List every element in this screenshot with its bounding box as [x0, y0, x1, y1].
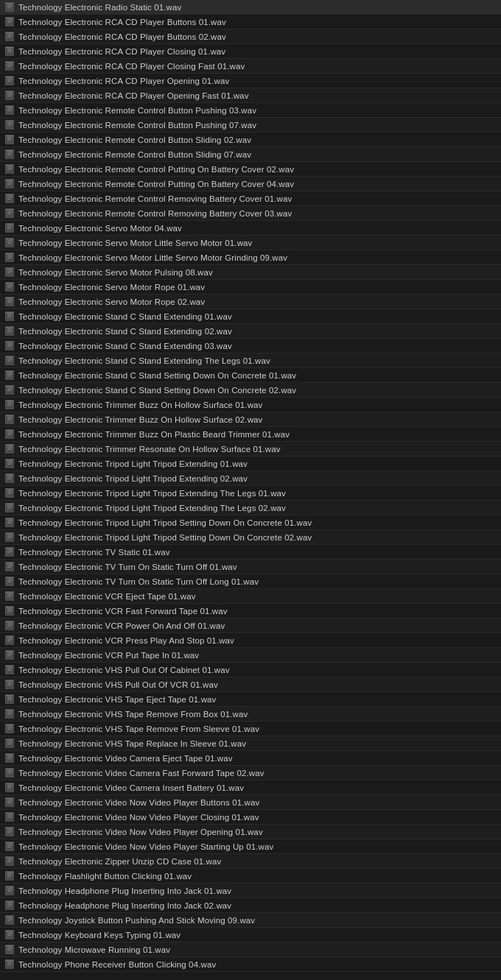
- list-item[interactable]: Technology Electronic Remote Control But…: [0, 103, 501, 118]
- list-item[interactable]: Technology Electronic VCR Fast Forward T…: [0, 604, 501, 618]
- list-item[interactable]: Technology Electronic VHS Tape Eject Tap…: [0, 692, 501, 707]
- file-name: Technology Electronic Video Now Video Pl…: [18, 828, 263, 836]
- list-item[interactable]: Technology Electronic Stand C Stand Exte…: [0, 353, 501, 368]
- svg-rect-125: [7, 461, 13, 462]
- list-item[interactable]: Technology Electronic Video Camera Fast …: [0, 766, 501, 780]
- list-item[interactable]: Technology Electronic Tripod Light Tripo…: [0, 471, 501, 486]
- list-item[interactable]: Technology Electronic Stand C Stand Exte…: [0, 324, 501, 339]
- list-item[interactable]: Technology Electronic Servo Motor Rope 0…: [0, 295, 501, 309]
- svg-rect-117: [7, 431, 13, 432]
- list-item[interactable]: Technology Electronic VHS Tape Remove Fr…: [0, 707, 501, 722]
- list-item[interactable]: Technology Electronic TV Turn On Static …: [0, 574, 501, 589]
- svg-rect-28: [6, 105, 14, 115]
- list-item[interactable]: Technology Electronic VHS Pull Out Of Ca…: [0, 663, 501, 677]
- list-item[interactable]: Technology Electronic VHS Tape Remove Fr…: [0, 722, 501, 736]
- list-item[interactable]: Technology Joystick Button Pushing And S…: [0, 913, 501, 928]
- list-item[interactable]: Technology Electronic Remote Control But…: [0, 147, 501, 162]
- list-item[interactable]: Technology Electronic Video Now Video Pl…: [0, 795, 501, 810]
- list-item[interactable]: Technology Headphone Plug Inserting Into…: [0, 884, 501, 898]
- svg-rect-218: [7, 801, 13, 802]
- list-item[interactable]: Technology Electronic TV Turn On Static …: [0, 560, 501, 574]
- list-item[interactable]: Technology Electronic VHS Pull Out Of VC…: [0, 677, 501, 692]
- list-item[interactable]: Technology Electronic Tripod Light Tripo…: [0, 456, 501, 471]
- svg-rect-35: [7, 125, 11, 126]
- svg-rect-65: [7, 240, 13, 241]
- list-item[interactable]: Technology Microwave Running 01.wav: [0, 942, 501, 957]
- svg-rect-93: [7, 343, 13, 344]
- list-item[interactable]: Technology Electronic Radio Static 01.wa…: [0, 0, 501, 15]
- file-name: Technology Electronic Remote Control Rem…: [18, 209, 292, 218]
- list-item[interactable]: Technology Electronic RCA CD Player Clos…: [0, 59, 501, 74]
- list-item[interactable]: Technology Electronic Remote Control But…: [0, 133, 501, 147]
- list-item[interactable]: Technology Electronic RCA CD Player Butt…: [0, 15, 501, 29]
- svg-rect-54: [7, 197, 13, 198]
- svg-rect-141: [7, 520, 13, 521]
- list-item[interactable]: Technology Electronic Stand C Stand Exte…: [0, 339, 501, 353]
- svg-rect-10: [7, 35, 13, 36]
- file-icon: [4, 267, 15, 278]
- list-item[interactable]: Technology Electronic Zipper Unzip CD Ca…: [0, 854, 501, 869]
- svg-rect-261: [7, 962, 13, 962]
- list-item[interactable]: Technology Electronic TV Static 01.wav: [0, 545, 501, 560]
- list-item[interactable]: Technology Electronic Remote Control Rem…: [0, 206, 501, 221]
- file-icon: [4, 32, 15, 42]
- file-name: Technology Electronic Remote Control But…: [18, 150, 251, 159]
- list-item[interactable]: Technology Electronic Servo Motor Little…: [0, 236, 501, 250]
- list-item[interactable]: Technology Electronic Tripod Light Tripo…: [0, 501, 501, 515]
- list-item[interactable]: Technology Electronic Remote Control But…: [0, 118, 501, 133]
- list-item[interactable]: Technology Electronic Tripod Light Tripo…: [0, 530, 501, 545]
- svg-rect-247: [7, 906, 11, 906]
- list-item[interactable]: Technology Electronic VCR Press Play And…: [0, 633, 501, 648]
- list-item[interactable]: Technology Electronic Servo Motor Little…: [0, 250, 501, 265]
- svg-rect-101: [7, 373, 13, 373]
- svg-rect-166: [7, 610, 13, 610]
- list-item[interactable]: Technology Electronic Servo Motor Rope 0…: [0, 280, 501, 295]
- list-item[interactable]: Technology Electronic Remote Control Rem…: [0, 191, 501, 206]
- list-item[interactable]: Technology Electronic Servo Motor 04.wav: [0, 221, 501, 236]
- list-item[interactable]: Technology Electronic RCA CD Player Clos…: [0, 44, 501, 59]
- svg-rect-242: [7, 889, 13, 890]
- svg-rect-91: [7, 331, 11, 332]
- list-item[interactable]: Technology Electronic Trimmer Resonate O…: [0, 442, 501, 456]
- list-item[interactable]: Technology Electronic Video Now Video Pl…: [0, 825, 501, 839]
- file-icon: [4, 326, 15, 336]
- list-item[interactable]: Technology Flashlight Button Clicking 01…: [0, 869, 501, 884]
- list-item[interactable]: Technology Electronic RCA CD Player Open…: [0, 88, 501, 103]
- svg-rect-177: [7, 652, 13, 653]
- list-item[interactable]: Technology Electronic VCR Power On And O…: [0, 618, 501, 633]
- list-item[interactable]: Technology Electronic Remote Control Put…: [0, 162, 501, 177]
- list-item[interactable]: Technology Electronic Trimmer Buzz On Pl…: [0, 427, 501, 442]
- list-item[interactable]: Technology Electronic Video Now Video Pl…: [0, 839, 501, 854]
- list-item[interactable]: Technology Electronic Tripod Light Tripo…: [0, 515, 501, 530]
- svg-rect-196: [6, 724, 14, 733]
- file-icon: [4, 311, 15, 322]
- list-item[interactable]: Technology Electronic RCA CD Player Open…: [0, 74, 501, 88]
- list-item[interactable]: Technology Electronic Stand C Stand Exte…: [0, 309, 501, 324]
- file-icon: [4, 797, 15, 808]
- list-item[interactable]: Technology Electronic Stand C Stand Sett…: [0, 368, 501, 383]
- file-icon: [4, 341, 15, 351]
- list-item[interactable]: Technology Electronic VCR Put Tape In 01…: [0, 648, 501, 663]
- list-item[interactable]: Technology Keyboard Keys Typing 01.wav: [0, 928, 501, 942]
- list-item[interactable]: Technology Electronic Stand C Stand Sett…: [0, 383, 501, 398]
- list-item[interactable]: Technology Electronic Tripod Light Tripo…: [0, 486, 501, 501]
- list-item[interactable]: Technology Phone Receiver Button Clickin…: [0, 957, 501, 972]
- svg-rect-206: [7, 757, 13, 758]
- file-name: Technology Electronic Stand C Stand Exte…: [18, 342, 232, 350]
- list-item[interactable]: Technology Electronic Remote Control Put…: [0, 177, 501, 191]
- svg-rect-13: [7, 49, 13, 49]
- list-item[interactable]: Technology Electronic Servo Motor Pulsin…: [0, 265, 501, 280]
- list-item[interactable]: Technology Electronic Video Camera Inser…: [0, 780, 501, 795]
- list-item[interactable]: Technology Electronic Trimmer Buzz On Ho…: [0, 398, 501, 412]
- list-item[interactable]: Technology Electronic VCR Eject Tape 01.…: [0, 589, 501, 604]
- list-item[interactable]: Technology Electronic RCA CD Player Butt…: [0, 29, 501, 44]
- list-item[interactable]: Technology Electronic Trimmer Buzz On Ho…: [0, 412, 501, 427]
- list-item[interactable]: Technology Electronic VHS Tape Replace I…: [0, 736, 501, 751]
- svg-rect-229: [7, 844, 13, 845]
- svg-rect-114: [7, 418, 13, 419]
- list-item[interactable]: Technology Electronic Video Camera Eject…: [0, 751, 501, 766]
- svg-rect-255: [7, 935, 11, 936]
- list-item[interactable]: Technology Electronic Video Now Video Pl…: [0, 810, 501, 825]
- file-icon: [4, 591, 15, 602]
- list-item[interactable]: Technology Headphone Plug Inserting Into…: [0, 898, 501, 913]
